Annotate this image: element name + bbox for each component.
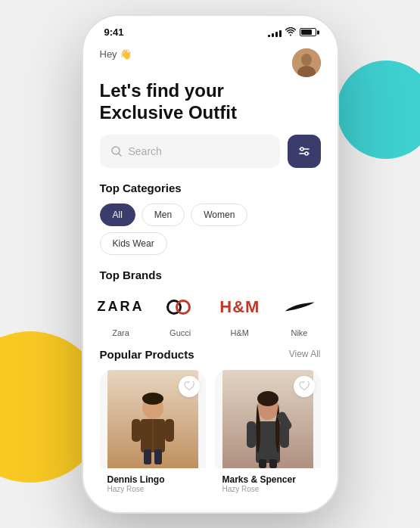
category-chip-all[interactable]: All: [100, 203, 135, 226]
search-box[interactable]: Search: [100, 135, 280, 168]
favorite-button-2[interactable]: [294, 376, 315, 397]
brand-gucci[interactable]: Gucci: [159, 290, 201, 337]
status-icons: [268, 27, 316, 38]
avatar[interactable]: [292, 48, 321, 77]
svg-rect-28: [269, 459, 277, 468]
hm-logo: H&M: [219, 290, 261, 324]
brands-title: Top Brands: [100, 269, 321, 281]
svg-rect-19: [154, 449, 162, 464]
svg-rect-17: [165, 419, 174, 442]
product-info-2: Marks & Spencer Hazy Rose: [215, 468, 321, 501]
signal-icon: [268, 28, 282, 37]
brand-gucci-label: Gucci: [170, 328, 191, 337]
svg-point-7: [305, 152, 308, 155]
battery-icon: [300, 28, 316, 36]
category-chip-women[interactable]: Women: [191, 203, 247, 226]
svg-point-23: [257, 391, 278, 406]
svg-rect-27: [259, 459, 266, 468]
gucci-logo: [159, 290, 201, 324]
search-row: Search: [100, 135, 321, 168]
product-card-1[interactable]: Dennis Lingo Hazy Rose: [100, 370, 206, 501]
header-row: Hey 👋: [100, 48, 321, 77]
view-all-link[interactable]: View All: [289, 349, 321, 359]
bg-circle-teal: [337, 61, 420, 159]
greeting-text: Hey 👋: [100, 48, 132, 60]
categories-list: All Men Women Kids Wear: [100, 203, 321, 255]
product-card-2[interactable]: Marks & Spencer Hazy Rose: [215, 370, 321, 501]
category-chip-men[interactable]: Men: [142, 203, 185, 226]
favorite-button-1[interactable]: [179, 376, 200, 397]
svg-rect-16: [132, 419, 141, 442]
popular-title: Popular Products: [100, 348, 194, 361]
main-content: Hey 👋 Let's find your Exclusive Outfit: [83, 42, 338, 505]
status-time: 9:41: [104, 26, 124, 38]
search-placeholder: Search: [129, 145, 162, 157]
brand-zara[interactable]: ZARA Zara: [100, 290, 142, 337]
svg-point-1: [301, 54, 312, 66]
brand-nike-label: Nike: [291, 328, 307, 337]
wifi-icon: [285, 27, 296, 38]
product-image-1: [100, 370, 206, 468]
brand-hm-label: H&M: [231, 328, 249, 337]
brands-row: ZARA Zara Gucci H&M H&M: [100, 290, 321, 337]
categories-title: Top Categories: [100, 182, 321, 194]
svg-rect-18: [144, 449, 151, 464]
svg-rect-24: [247, 421, 256, 448]
brand-zara-label: Zara: [112, 328, 129, 337]
nike-logo: [278, 290, 320, 324]
popular-header: Popular Products View All: [100, 348, 321, 361]
product-sub-1: Hazy Rose: [107, 485, 198, 493]
product-name-1: Dennis Lingo: [107, 474, 198, 485]
svg-point-6: [300, 148, 303, 151]
brand-hm[interactable]: H&M H&M: [219, 290, 261, 337]
status-bar: 9:41: [83, 16, 338, 42]
product-name-2: Marks & Spencer: [222, 474, 313, 485]
product-info-1: Dennis Lingo Hazy Rose: [100, 468, 206, 501]
zara-logo: ZARA: [100, 290, 142, 324]
phone-shell: 9:41 Hey 👋: [82, 14, 339, 514]
products-row: Dennis Lingo Hazy Rose: [100, 370, 321, 501]
product-image-2: [215, 370, 321, 468]
filter-button[interactable]: [288, 135, 321, 168]
product-sub-2: Hazy Rose: [222, 485, 313, 493]
search-icon: [110, 145, 123, 157]
headline: Let's find your Exclusive Outfit: [100, 80, 321, 124]
svg-point-14: [142, 393, 163, 405]
category-chip-kidswear[interactable]: Kids Wear: [100, 232, 167, 255]
filter-icon: [297, 144, 312, 159]
brand-nike[interactable]: Nike: [278, 290, 320, 337]
